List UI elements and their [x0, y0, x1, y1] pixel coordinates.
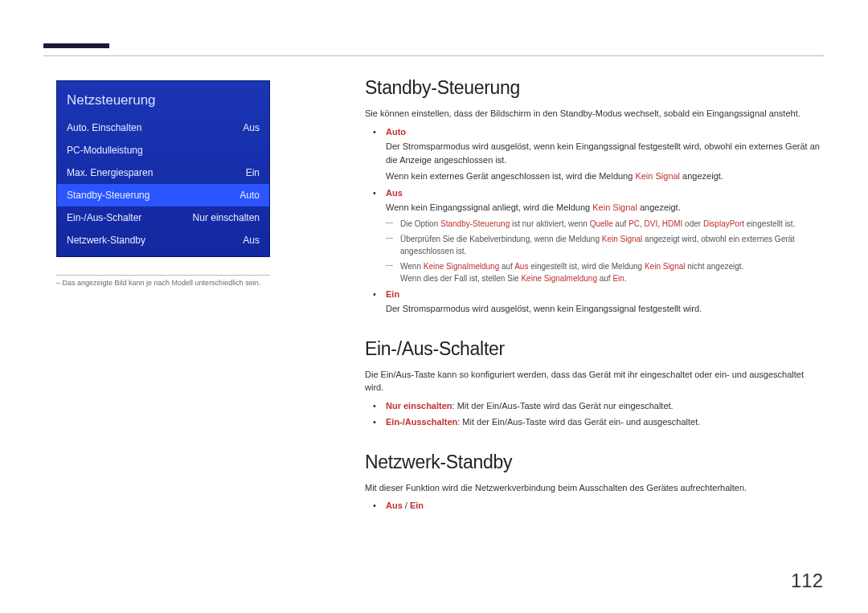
- section-title: Ein-/Aus-Schalter: [365, 338, 825, 360]
- section-standby-steuerung: Standby-Steuerung Sie können einstellen,…: [365, 77, 825, 316]
- dash-item: Die Option Standby-Steuerung ist nur akt…: [400, 218, 825, 230]
- osd-menu-row-label: Netzwerk-Standby: [67, 235, 145, 246]
- osd-menu-rows: Auto. EinschaltenAusPC-ModulleistungMax.…: [57, 116, 269, 251]
- section-ein-aus-schalter: Ein-/Aus-Schalter Die Ein/Aus-Taste kann…: [365, 338, 825, 429]
- osd-menu-row-label: Standby-Steuerung: [67, 190, 149, 201]
- osd-menu-row-value: Aus: [243, 122, 260, 133]
- osd-menu-row[interactable]: Netzwerk-StandbyAus: [57, 229, 269, 251]
- dash-item: Überprüfen Sie die Kabelverbindung, wenn…: [400, 233, 825, 257]
- bullet-label: Ein: [386, 289, 399, 299]
- section-intro: Die Ein/Aus-Taste kann so konfiguriert w…: [365, 368, 825, 394]
- osd-menu-row-value: Ein: [246, 167, 260, 178]
- section-netzwerk-standby: Netzwerk-Standby Mit dieser Funktion wir…: [365, 452, 825, 513]
- bullet-text: Der Stromsparmodus wird ausgelöst, wenn …: [386, 140, 825, 166]
- osd-menu-row-label: Auto. Einschalten: [67, 122, 141, 133]
- section-title: Standby-Steuerung: [365, 77, 825, 99]
- osd-menu-row-label: Max. Energiesparen: [67, 167, 153, 178]
- bullet-text: Wenn kein Eingangssignal anliegt, wird d…: [386, 201, 825, 215]
- bullet-text: Wenn kein externes Gerät angeschlossen i…: [386, 170, 825, 183]
- model-note: – Das angezeigte Bild kann je nach Model…: [56, 275, 270, 288]
- dash-list: Die Option Standby-Steuerung ist nur akt…: [386, 218, 825, 284]
- bullet-list: Auto Der Stromsparmodus wird ausgelöst, …: [365, 125, 825, 316]
- bullet-ein-ausschalten: Ein-/Ausschalten: Mit der Ein/Aus-Taste …: [386, 415, 825, 429]
- content-column: Standby-Steuerung Sie können einstellen,…: [365, 77, 825, 535]
- bullet-aus: Aus Wenn kein Eingangssignal anliegt, wi…: [386, 186, 825, 284]
- bullet-list: Aus / Ein: [365, 499, 825, 513]
- osd-menu-row[interactable]: Max. EnergiesparenEin: [57, 161, 269, 184]
- osd-menu-row-value: Auto: [240, 190, 260, 201]
- bullet-nur-einschalten: Nur einschalten: Mit der Ein/Aus-Taste w…: [386, 399, 825, 413]
- chapter-marker: [43, 43, 109, 48]
- osd-menu-row-value: Aus: [243, 235, 260, 246]
- section-title: Netzwerk-Standby: [365, 452, 825, 473]
- osd-menu-row-value: Nur einschalten: [193, 212, 260, 223]
- bullet-ein: Ein Der Stromsparmodus wird ausgelöst, w…: [386, 288, 825, 316]
- bullet-label: Aus: [386, 188, 403, 198]
- osd-menu-row[interactable]: Standby-SteuerungAuto: [57, 184, 269, 206]
- left-column: Netzsteuerung Auto. EinschaltenAusPC-Mod…: [56, 80, 273, 288]
- bullet-aus-ein: Aus / Ein: [386, 499, 825, 513]
- osd-menu-row[interactable]: Ein-/Aus-SchalterNur einschalten: [57, 206, 269, 229]
- bullet-list: Nur einschalten: Mit der Ein/Aus-Taste w…: [365, 399, 825, 429]
- page-top-rule: [43, 55, 825, 56]
- section-intro: Mit dieser Funktion wird die Netzwerkver…: [365, 481, 825, 495]
- osd-menu-row-label: PC-Modulleistung: [67, 145, 143, 156]
- osd-menu-row[interactable]: PC-Modulleistung: [57, 139, 269, 161]
- bullet-auto: Auto Der Stromsparmodus wird ausgelöst, …: [386, 125, 825, 183]
- osd-menu-panel: Netzsteuerung Auto. EinschaltenAusPC-Mod…: [56, 80, 270, 257]
- osd-menu-row-label: Ein-/Aus-Schalter: [67, 212, 141, 223]
- dash-item: Wenn Keine Signalmeldung auf Aus eingest…: [400, 260, 825, 284]
- bullet-label: Auto: [386, 127, 406, 137]
- section-intro: Sie können einstellen, dass der Bildschi…: [365, 107, 825, 121]
- osd-menu-row[interactable]: Auto. EinschaltenAus: [57, 116, 269, 139]
- osd-menu-title: Netzsteuerung: [57, 89, 269, 116]
- bullet-text: Der Stromsparmodus wird ausgelöst, wenn …: [386, 302, 825, 316]
- page-number: 112: [791, 570, 823, 592]
